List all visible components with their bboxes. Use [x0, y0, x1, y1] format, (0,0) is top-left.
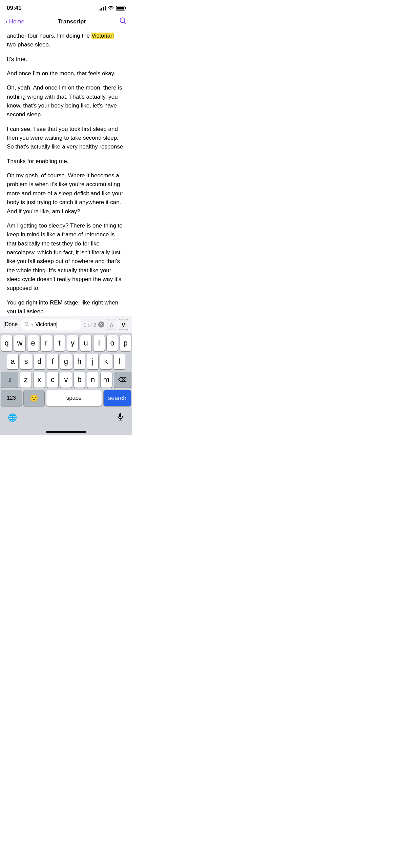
key-y[interactable]: y — [67, 335, 78, 351]
key-space[interactable]: space — [46, 390, 102, 406]
key-shift[interactable]: ⇧ — [1, 372, 18, 388]
key-q[interactable]: q — [1, 335, 12, 351]
key-w[interactable]: w — [14, 335, 25, 351]
key-emoji[interactable]: 🙂 — [24, 390, 44, 406]
key-s[interactable]: s — [20, 354, 31, 369]
key-c[interactable]: c — [47, 372, 59, 388]
paragraph-5: I can see, I see that you took first sle… — [7, 125, 125, 152]
status-bar: 09:41 — [0, 0, 132, 14]
find-bar: Done ▾ Victorian 1 of 2 ✕ ∧ ∨ — [0, 316, 132, 333]
highlight-victorian-1: Victorian — [91, 33, 114, 39]
transcript-content: another four hours. I'm doing the Victor… — [0, 30, 132, 316]
key-d[interactable]: d — [34, 354, 45, 369]
paragraph-8: Am I getting too sleepy? There is one th… — [7, 221, 125, 293]
back-label: Home — [9, 18, 24, 25]
home-indicator — [1, 428, 131, 434]
find-search-wrap[interactable]: ▾ Victorian — [21, 319, 81, 330]
key-n[interactable]: n — [87, 372, 99, 388]
status-icons — [100, 5, 125, 11]
home-indicator-bar — [46, 431, 86, 433]
back-button[interactable]: ‹ Home — [5, 18, 24, 25]
find-count-text: 1 of 2 — [83, 322, 96, 328]
paragraph-6: Thanks for enabling me. — [7, 157, 125, 166]
battery-icon — [116, 6, 125, 11]
svg-rect-4 — [119, 413, 121, 417]
keyboard-row-1: q w e r t y u i o p — [1, 335, 131, 351]
key-r[interactable]: r — [41, 335, 52, 351]
key-u[interactable]: u — [80, 335, 91, 351]
key-o[interactable]: o — [107, 335, 118, 351]
paragraph-4: Oh, yeah. And once I'm on the moon, ther… — [7, 83, 125, 119]
find-chevron-icon: ▾ — [31, 322, 33, 327]
key-g[interactable]: g — [60, 354, 71, 369]
page-title: Transcript — [58, 18, 86, 25]
find-next-button[interactable]: ∨ — [119, 319, 128, 330]
paragraph-9: You go right into REM stage, like right … — [7, 298, 125, 316]
mic-icon[interactable] — [112, 410, 128, 426]
signal-icon — [100, 6, 106, 11]
keyboard-row-3: ⇧ z x c v b n m ⌫ — [1, 372, 131, 388]
key-f[interactable]: f — [47, 354, 58, 369]
text-cursor — [57, 322, 57, 328]
keyboard-row-2: a s d f g h j k l — [1, 354, 131, 369]
key-b[interactable]: b — [74, 372, 85, 388]
key-t[interactable]: t — [54, 335, 65, 351]
svg-line-1 — [124, 22, 126, 24]
key-a[interactable]: a — [7, 354, 18, 369]
key-m[interactable]: m — [101, 372, 112, 388]
paragraph-2: It's true. — [7, 55, 125, 64]
key-numbers[interactable]: 123 — [1, 390, 22, 406]
search-button[interactable] — [119, 17, 127, 26]
status-time: 09:41 — [7, 5, 21, 12]
find-search-icon — [24, 322, 29, 328]
paragraph-3: And once I'm on the moon, that feels oka… — [7, 69, 125, 78]
paragraph-7: Oh my gosh, of course. Where it becomes … — [7, 171, 125, 216]
keyboard-row-4: 123 🙂 space search — [1, 390, 131, 406]
keyboard: q w e r t y u i o p a s d f g h j k l ⇧ … — [0, 333, 132, 435]
key-search[interactable]: search — [104, 390, 131, 406]
key-v[interactable]: v — [60, 372, 72, 388]
paragraph-1: another four hours. I'm doing the Victor… — [7, 32, 125, 50]
key-h[interactable]: h — [74, 354, 85, 369]
key-k[interactable]: k — [100, 354, 111, 369]
key-j[interactable]: j — [87, 354, 98, 369]
nav-bar: ‹ Home Transcript — [0, 14, 132, 30]
back-chevron-icon: ‹ — [5, 18, 8, 25]
key-e[interactable]: e — [27, 335, 39, 351]
find-clear-button[interactable]: ✕ — [98, 321, 104, 328]
globe-icon[interactable]: 🌐 — [4, 411, 21, 425]
wifi-icon — [108, 5, 114, 11]
svg-line-3 — [28, 325, 29, 326]
find-count: 1 of 2 ✕ — [83, 321, 104, 328]
key-p[interactable]: p — [120, 335, 131, 351]
key-delete[interactable]: ⌫ — [114, 372, 131, 388]
key-l[interactable]: l — [114, 354, 125, 369]
key-i[interactable]: i — [93, 335, 105, 351]
find-previous-button[interactable]: ∧ — [107, 319, 116, 330]
find-done-button[interactable]: Done — [4, 321, 18, 328]
key-x[interactable]: x — [34, 372, 45, 388]
find-input[interactable]: Victorian — [35, 321, 77, 328]
keyboard-bottom-row: 🌐 — [1, 409, 131, 427]
key-z[interactable]: z — [20, 372, 31, 388]
